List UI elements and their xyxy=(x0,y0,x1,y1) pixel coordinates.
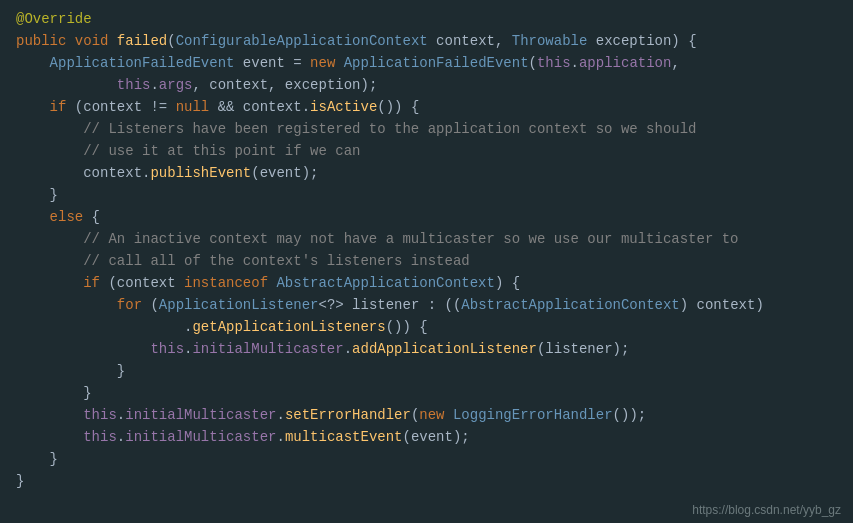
code-line-20: this.initialMulticaster.multicastEvent(e… xyxy=(0,426,853,448)
code-line-7: // use it at this point if we can xyxy=(0,140,853,162)
code-line-19: this.initialMulticaster.setErrorHandler(… xyxy=(0,404,853,426)
code-line-15: .getApplicationListeners()) { xyxy=(0,316,853,338)
code-line-21: } xyxy=(0,448,853,470)
code-line-2: public void failed(ConfigurableApplicati… xyxy=(0,30,853,52)
code-line-16: this.initialMulticaster.addApplicationLi… xyxy=(0,338,853,360)
code-line-3: ApplicationFailedEvent event = new Appli… xyxy=(0,52,853,74)
code-line-12: // call all of the context's listeners i… xyxy=(0,250,853,272)
code-line-18: } xyxy=(0,382,853,404)
code-line-13: if (context instanceof AbstractApplicati… xyxy=(0,272,853,294)
code-line-11: // An inactive context may not have a mu… xyxy=(0,228,853,250)
code-line-5: if (context != null && context.isActive(… xyxy=(0,96,853,118)
watermark: https://blog.csdn.net/yyb_gz xyxy=(692,503,841,517)
code-line-10: else { xyxy=(0,206,853,228)
code-line-4: this.args, context, exception); xyxy=(0,74,853,96)
code-line-8: context.publishEvent(event); xyxy=(0,162,853,184)
code-line-6: // Listeners have been registered to the… xyxy=(0,118,853,140)
code-line-14: for (ApplicationListener<?> listener : (… xyxy=(0,294,853,316)
code-line-1: @Override xyxy=(0,8,853,30)
code-line-9: } xyxy=(0,184,853,206)
code-line-17: } xyxy=(0,360,853,382)
code-editor: @Override public void failed(Configurabl… xyxy=(0,0,853,523)
code-line-22: } xyxy=(0,470,853,492)
